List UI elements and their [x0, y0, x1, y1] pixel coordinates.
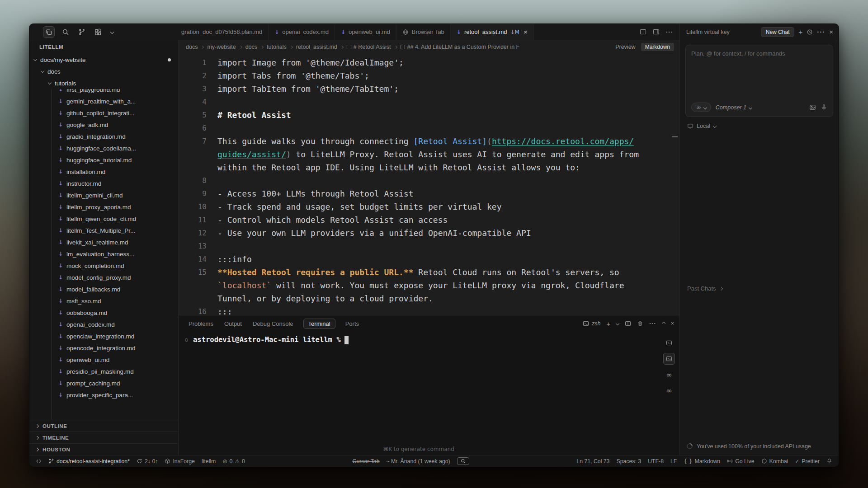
panel-tab-ports[interactable]: Ports: [344, 319, 360, 328]
maximize-panel-icon[interactable]: [662, 322, 665, 325]
chevron-down-icon[interactable]: [109, 29, 115, 35]
sidebar-section-outline[interactable]: OUTLINE: [29, 420, 178, 432]
agent-terminal-icon[interactable]: ∞: [663, 369, 675, 380]
composer-selector[interactable]: Composer 1: [716, 104, 752, 111]
code-line[interactable]: 1import Image from '@theme/IdealImage';: [179, 56, 679, 69]
agent-terminal-icon[interactable]: ∞: [663, 385, 675, 396]
more-actions-icon[interactable]: ···: [666, 28, 673, 35]
close-icon[interactable]: ×: [524, 28, 528, 36]
file-item[interactable]: ↓mock_completion.md: [29, 260, 178, 272]
git-branch-status[interactable]: docs/retool-assist-integration*: [48, 458, 130, 465]
scrollbar-thumb[interactable]: [672, 136, 678, 137]
tree-folder-tutorials[interactable]: tutorials: [29, 77, 178, 89]
file-item[interactable]: ↓instructor.md: [29, 178, 178, 189]
file-item[interactable]: ↓opencode_integration.md: [29, 342, 178, 354]
new-terminal-icon[interactable]: +: [606, 320, 610, 328]
markdown-mode-chip[interactable]: Markdown: [641, 43, 674, 51]
code-line[interactable]: 8: [179, 174, 679, 187]
code-line[interactable]: 4: [179, 95, 679, 108]
extensions-icon[interactable]: [93, 27, 104, 38]
close-panel-icon[interactable]: ×: [671, 320, 674, 327]
remote-indicator-icon[interactable]: [36, 458, 42, 464]
editor-tab[interactable]: gration_doc_d075fd58.plan.md: [179, 24, 269, 40]
code-line[interactable]: 13: [179, 239, 679, 253]
source-control-icon[interactable]: [76, 27, 87, 38]
file-item[interactable]: ↓litellm_qwen_code_cli.md: [29, 213, 178, 225]
panel-tab-output[interactable]: Output: [223, 319, 243, 328]
editor-tab[interactable]: ↓openweb_ui.md: [335, 24, 396, 40]
file-item[interactable]: ↓openai_codex.md: [29, 319, 178, 330]
code-line[interactable]: 10- Track spend and usage, set budget li…: [179, 200, 679, 213]
add-chat-icon[interactable]: +: [798, 28, 802, 36]
tree-folder-root[interactable]: docs/my-website: [29, 54, 178, 66]
encoding-status[interactable]: UTF-8: [648, 458, 664, 465]
code-line[interactable]: 5# Retool Assist: [179, 108, 679, 122]
file-item[interactable]: ↓msft_sso.md: [29, 295, 178, 307]
chat-input[interactable]: [691, 50, 827, 103]
tree-folder-docs[interactable]: docs: [29, 66, 178, 77]
insforge-status[interactable]: InsForge: [165, 458, 195, 465]
kombai-status[interactable]: Kombai: [761, 458, 788, 465]
problems-status[interactable]: ⊘0 ⚠0: [222, 458, 245, 465]
sidebar-section-houston[interactable]: HOUSTON: [29, 443, 178, 455]
code-line[interactable]: 16:::: [179, 305, 679, 315]
file-item[interactable]: ↓google_adk.md: [29, 119, 178, 131]
cursor-tab-status[interactable]: Cursor Tab: [353, 458, 380, 465]
preview-toggle[interactable]: Preview: [615, 44, 635, 50]
terminal-output[interactable]: astrodevil@Astro-Mac-mini litellm %: [179, 332, 659, 455]
prettier-status[interactable]: ✓Prettier: [795, 458, 820, 465]
code-line[interactable]: 9- Access 100+ LLMs through Retool Assis…: [179, 187, 679, 200]
git-blame-status[interactable]: ~ Mr. Ånand (1 week ago): [386, 458, 450, 465]
file-item[interactable]: ↓openweb_ui.md: [29, 354, 178, 366]
terminal-instance-icon[interactable]: [663, 337, 675, 349]
terminal-more-icon[interactable]: ···: [649, 320, 656, 327]
file-item[interactable]: ↓litellm_proxy_aporia.md: [29, 201, 178, 213]
editor-tab[interactable]: Browser Tab: [396, 24, 451, 40]
panel-tab-terminal[interactable]: Terminal: [303, 319, 335, 329]
indentation-status[interactable]: Spaces: 3: [616, 458, 641, 465]
code-line[interactable]: 14:::info: [179, 253, 679, 266]
image-icon[interactable]: [809, 104, 816, 111]
notifications-icon[interactable]: [826, 458, 832, 464]
go-live-status[interactable]: Go Live: [727, 458, 754, 465]
file-item[interactable]: ↓gradio_integration.md: [29, 131, 178, 142]
ai-more-icon[interactable]: ···: [817, 28, 825, 36]
file-item[interactable]: ↓livekit_xai_realtime.md: [29, 236, 178, 248]
file-item[interactable]: ↓litellm_gemini_cli.md: [29, 189, 178, 201]
file-item[interactable]: ↓presidio_pii_masking.md: [29, 366, 178, 377]
kill-terminal-icon[interactable]: [637, 320, 643, 327]
cursor-position-status[interactable]: Ln 71, Col 73: [576, 458, 609, 465]
sidebar-section-timeline[interactable]: TIMELINE: [29, 432, 178, 443]
panel-tab-problems[interactable]: Problems: [188, 319, 214, 328]
breadcrumb-item[interactable]: retool_assist.md: [296, 44, 337, 50]
search-chip[interactable]: [457, 457, 469, 465]
language-status[interactable]: { }Markdown: [684, 458, 720, 465]
code-line[interactable]: 7This guide walks you through connecting…: [179, 135, 679, 174]
editor-tab[interactable]: ↓openai_codex.md: [269, 24, 335, 40]
search-icon[interactable]: [60, 27, 71, 38]
code-line[interactable]: 2import Tabs from '@theme/Tabs';: [179, 69, 679, 82]
breadcrumb-item[interactable]: ## 4. Add LiteLLM as a Custom Provider i…: [401, 44, 520, 50]
code-line[interactable]: 11- Control which models Retool Assist c…: [179, 213, 679, 226]
code-line[interactable]: 3import TabItem from '@theme/TabItem';: [179, 82, 679, 95]
code-line[interactable]: 15**Hosted Retool requires a public URL.…: [179, 266, 679, 305]
code-line[interactable]: 12- Use your own LLM providers via a uni…: [179, 226, 679, 239]
breadcrumb-item[interactable]: tutorials: [267, 44, 287, 50]
explorer-icon[interactable]: [43, 26, 55, 38]
mic-icon[interactable]: [821, 104, 827, 111]
new-chat-button[interactable]: New Chat: [761, 27, 795, 37]
file-item[interactable]: ↓provider_specific_para...: [29, 389, 178, 401]
file-item[interactable]: ↓model_fallbacks.md: [29, 283, 178, 295]
file-item[interactable]: ↓huggingface_tutorial.md: [29, 154, 178, 166]
litellm-status[interactable]: litellm: [202, 458, 216, 465]
close-panel-icon[interactable]: ×: [829, 28, 833, 36]
history-icon[interactable]: [807, 29, 813, 35]
split-editor-icon[interactable]: [640, 28, 646, 35]
split-terminal-icon[interactable]: [625, 320, 631, 327]
code-editor[interactable]: 1import Image from '@theme/IdealImage';2…: [179, 54, 679, 315]
file-item[interactable]: ↓openclaw_integration.md: [29, 330, 178, 342]
file-item[interactable]: ↓model_config_proxy.md: [29, 272, 178, 283]
eol-status[interactable]: LF: [670, 458, 677, 465]
file-item[interactable]: ↓litellm_Test_Multiple_Pr...: [29, 225, 178, 236]
breadcrumb-item[interactable]: docs: [245, 44, 257, 50]
